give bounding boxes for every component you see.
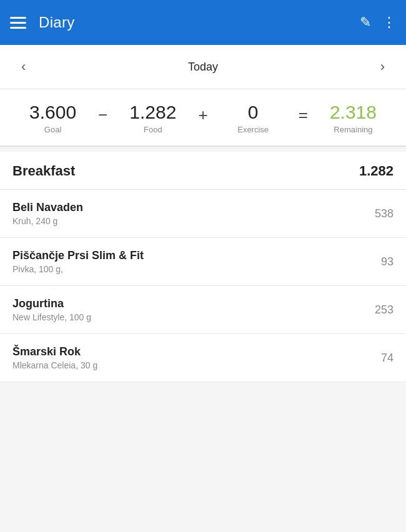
edit-button[interactable]: ✎ <box>360 16 371 29</box>
food-item[interactable]: Šmarski Rok Mlekarna Celeia, 30 g 74 <box>0 334 406 382</box>
goal-summary-item: 3.600 Goal <box>10 102 96 134</box>
date-navigation: ‹ Today › <box>0 45 406 89</box>
app-title: Diary <box>39 14 360 31</box>
menu-button[interactable] <box>10 17 26 29</box>
previous-day-button[interactable]: ‹ <box>15 56 32 77</box>
minus-operator: − <box>96 102 110 125</box>
food-value: 1.282 <box>129 102 176 122</box>
food-item-name: Šmarski Rok <box>12 345 97 358</box>
food-item-details: Jogurtina New Lifestyle, 100 g <box>12 297 91 322</box>
plus-operator: + <box>196 102 210 125</box>
food-item-name: Jogurtina <box>12 297 91 310</box>
remaining-summary-item: 2.318 Remaining <box>310 102 396 134</box>
calorie-summary: 3.600 Goal − 1.282 Food + 0 Exercise = 2… <box>0 89 406 147</box>
remaining-label: Remaining <box>334 125 372 134</box>
breakfast-total-calories: 1.282 <box>359 163 394 179</box>
food-item-sub: New Lifestyle, 100 g <box>12 312 91 322</box>
goal-value: 3.600 <box>29 102 76 122</box>
food-item-calories: 93 <box>362 255 394 268</box>
food-item-sub: Pivka, 100 g, <box>12 264 144 274</box>
more-options-button[interactable]: ⋮ <box>382 16 396 29</box>
food-item-name: Beli Navaden <box>12 201 83 214</box>
food-item-sub: Kruh, 240 g <box>12 216 83 226</box>
food-label: Food <box>144 125 162 134</box>
food-summary-item: 1.282 Food <box>110 102 196 134</box>
food-item-calories: 74 <box>362 352 394 365</box>
food-item-details: Šmarski Rok Mlekarna Celeia, 30 g <box>12 345 97 370</box>
food-item-name: Piščančje Prsi Slim & Fit <box>12 249 144 262</box>
food-item-details: Beli Navaden Kruh, 240 g <box>12 201 83 226</box>
food-item-details: Piščančje Prsi Slim & Fit Pivka, 100 g, <box>12 249 144 274</box>
current-date-label: Today <box>188 61 218 74</box>
breakfast-title: Breakfast <box>12 163 75 179</box>
goal-label: Goal <box>44 125 61 134</box>
equals-operator: = <box>296 102 310 125</box>
exercise-value: 0 <box>248 102 259 122</box>
header-actions: ✎ ⋮ <box>360 16 396 29</box>
breakfast-section-header: Breakfast 1.282 <box>0 152 406 190</box>
exercise-label: Exercise <box>237 125 269 134</box>
next-day-button[interactable]: › <box>374 56 391 77</box>
food-item[interactable]: Jogurtina New Lifestyle, 100 g 253 <box>0 286 406 334</box>
food-item-calories: 538 <box>362 207 394 220</box>
food-items-list: Beli Navaden Kruh, 240 g 538 Piščančje P… <box>0 190 406 382</box>
food-item[interactable]: Piščančje Prsi Slim & Fit Pivka, 100 g, … <box>0 238 406 286</box>
remaining-value: 2.318 <box>330 102 377 122</box>
app-header: Diary ✎ ⋮ <box>0 0 406 45</box>
exercise-summary-item: 0 Exercise <box>210 102 296 134</box>
food-item-calories: 253 <box>362 303 394 317</box>
food-item-sub: Mlekarna Celeia, 30 g <box>12 360 97 370</box>
food-item[interactable]: Beli Navaden Kruh, 240 g 538 <box>0 190 406 238</box>
